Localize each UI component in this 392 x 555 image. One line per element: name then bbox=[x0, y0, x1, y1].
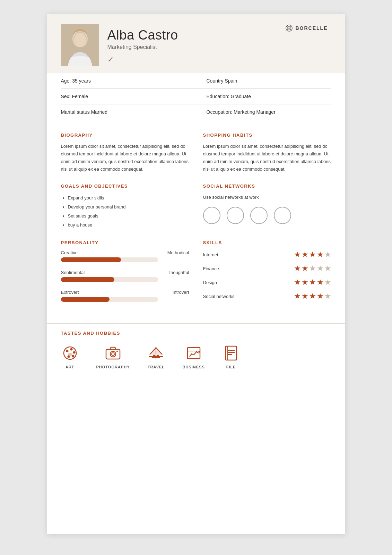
personality-bar-fill bbox=[61, 297, 110, 302]
avatar bbox=[61, 24, 99, 66]
skill-internet: Internet ★ ★ ★ ★ ★ bbox=[203, 250, 331, 259]
svg-point-6 bbox=[288, 27, 290, 29]
social-circle-4[interactable] bbox=[274, 207, 291, 224]
star-3: ★ bbox=[309, 292, 316, 301]
personality-item-sentimental: Sentimental Thoughtful bbox=[61, 270, 189, 282]
personality-bar-fill bbox=[61, 257, 121, 262]
personality-bar-track bbox=[61, 257, 158, 262]
hobby-label: FILE bbox=[226, 365, 236, 369]
info-country: Country Spain bbox=[196, 73, 331, 89]
shopping-text: Lorem ipsum dolor sit amet, consectetur … bbox=[203, 143, 331, 173]
social-circle-1[interactable] bbox=[203, 207, 220, 224]
personality-left-label: Creative bbox=[61, 250, 78, 255]
star-1: ★ bbox=[294, 292, 301, 301]
header-section: Alba Castro Marketing Specialist ✓ BORCE… bbox=[47, 14, 345, 73]
star-4: ★ bbox=[317, 292, 324, 301]
header-left: Alba Castro Marketing Specialist ✓ bbox=[61, 24, 178, 66]
hobbies-list: ART PHOTOGRAPHY bbox=[61, 344, 331, 369]
list-item: buy a house bbox=[68, 221, 189, 230]
main-content: BIOGRAPHY Lorem ipsum dolor sit amet, co… bbox=[47, 120, 345, 320]
info-occupation: Occupation: Marketing Manager bbox=[196, 104, 331, 120]
business-icon bbox=[185, 344, 203, 362]
hobby-art: ART bbox=[61, 344, 79, 369]
svg-point-11 bbox=[72, 355, 74, 358]
svg-point-17 bbox=[116, 351, 118, 352]
goals-title: GOALS AND OBJECTIVES bbox=[61, 183, 189, 189]
brand-logo: BORCELLE bbox=[285, 24, 328, 32]
personality-right-label: Introvert bbox=[173, 290, 189, 295]
goals-section: GOALS AND OBJECTIVES Expand your skills … bbox=[61, 183, 196, 240]
checkmark-icon: ✓ bbox=[107, 55, 178, 64]
stars-design: ★ ★ ★ ★ ★ bbox=[294, 278, 331, 287]
svg-rect-23 bbox=[228, 346, 236, 360]
shopping-section: SHOPPING HABITS Lorem ipsum dolor sit am… bbox=[196, 133, 331, 183]
personality-item-creative: Creative Methodical bbox=[61, 250, 189, 262]
personality-bar-track bbox=[61, 297, 158, 302]
personality-right-label: Methodical bbox=[167, 250, 189, 255]
star-5: ★ bbox=[324, 264, 331, 273]
skill-name: Design bbox=[203, 280, 241, 285]
svg-point-13 bbox=[68, 353, 72, 356]
social-circle-3[interactable] bbox=[250, 207, 268, 224]
hobby-label: TRAVEL bbox=[148, 365, 165, 369]
star-5: ★ bbox=[324, 278, 331, 287]
star-2: ★ bbox=[302, 264, 308, 273]
personality-left-label: Extrovert bbox=[61, 290, 79, 295]
personality-title: PERSONALITY bbox=[61, 240, 189, 245]
personality-item-extrovert: Extrovert Introvert bbox=[61, 290, 189, 302]
svg-point-8 bbox=[66, 350, 68, 352]
social-circles bbox=[203, 207, 331, 224]
file-icon bbox=[222, 344, 240, 362]
hobby-file: FILE bbox=[222, 344, 240, 369]
star-2: ★ bbox=[302, 250, 308, 259]
biography-section: BIOGRAPHY Lorem ipsum dolor sit amet, co… bbox=[61, 133, 196, 183]
social-title: SOCIAL NETWORKS bbox=[203, 183, 331, 189]
info-age: Age: 35 years bbox=[61, 73, 196, 89]
skills-section: SKILLS Internet ★ ★ ★ ★ ★ Finance ★ ★ ★ … bbox=[196, 240, 331, 320]
star-3: ★ bbox=[309, 264, 316, 273]
list-item: Set sales goals bbox=[68, 212, 189, 221]
skill-social-networks: Social networks ★ ★ ★ ★ ★ bbox=[203, 292, 331, 301]
hobby-business: BUSINESS bbox=[182, 344, 204, 369]
star-4: ★ bbox=[317, 264, 324, 273]
borcelle-icon bbox=[285, 24, 293, 32]
hobby-travel: TRAVEL bbox=[147, 344, 165, 369]
info-table: Age: 35 years Country Spain Sex: Female … bbox=[61, 73, 331, 120]
personality-section: PERSONALITY Creative Methodical Sentimen… bbox=[61, 240, 196, 320]
star-3: ★ bbox=[309, 278, 316, 287]
svg-point-3 bbox=[74, 33, 86, 46]
svg-rect-22 bbox=[226, 346, 237, 360]
skill-finance: Finance ★ ★ ★ ★ ★ bbox=[203, 264, 331, 273]
list-item: Develop your personal brand bbox=[68, 203, 189, 212]
goals-list: Expand your skills Develop your personal… bbox=[61, 194, 189, 230]
social-description: Use social networks at work bbox=[203, 194, 331, 201]
skill-name: Internet bbox=[203, 252, 241, 257]
personality-bar-fill bbox=[61, 277, 114, 282]
stars-social: ★ ★ ★ ★ ★ bbox=[294, 292, 331, 301]
svg-point-15 bbox=[110, 351, 116, 357]
social-circle-2[interactable] bbox=[227, 207, 244, 224]
info-sex: Sex: Female bbox=[61, 89, 196, 104]
personality-right-label: Thoughtful bbox=[168, 270, 189, 275]
person-name: Alba Castro bbox=[107, 28, 178, 43]
info-marital: Marital status Married bbox=[61, 104, 196, 120]
svg-rect-14 bbox=[106, 349, 120, 359]
stars-finance: ★ ★ ★ ★ ★ bbox=[294, 264, 331, 273]
skills-title: SKILLS bbox=[203, 240, 331, 245]
star-2: ★ bbox=[302, 278, 308, 287]
photography-icon bbox=[104, 344, 122, 362]
svg-point-9 bbox=[70, 348, 72, 351]
star-3: ★ bbox=[309, 250, 316, 259]
info-education: Education: Graduate bbox=[196, 89, 331, 104]
star-1: ★ bbox=[294, 250, 301, 259]
personality-left-label: Sentimental bbox=[61, 270, 85, 275]
hobby-label: ART bbox=[66, 365, 75, 369]
hobby-label: BUSINESS bbox=[182, 365, 204, 369]
personality-bar-track bbox=[61, 277, 158, 282]
biography-text: Lorem ipsum dolor sit amet, consectetur … bbox=[61, 143, 189, 173]
hobbies-section: TASTES AND HOBBIES ART bbox=[47, 323, 345, 383]
stars-internet: ★ ★ ★ ★ ★ bbox=[294, 250, 331, 259]
star-5: ★ bbox=[324, 250, 331, 259]
skill-name: Finance bbox=[203, 266, 241, 271]
hobby-photography: PHOTOGRAPHY bbox=[96, 344, 130, 369]
